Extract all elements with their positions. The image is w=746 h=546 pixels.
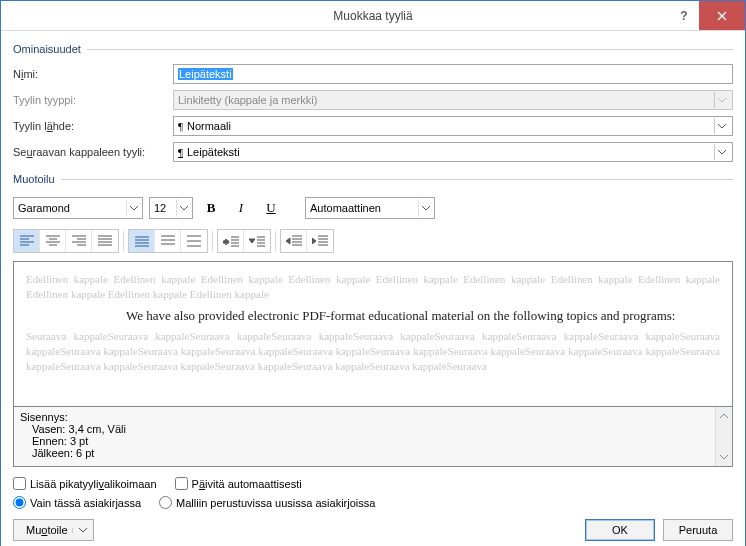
- chevron-down-icon[interactable]: [714, 118, 729, 134]
- align-justify-icon: [98, 235, 112, 247]
- help-button[interactable]: ?: [669, 1, 699, 30]
- cancel-button[interactable]: Peruuta: [663, 519, 733, 541]
- this-document-radio[interactable]: Vain tässä asiakirjassa: [13, 496, 141, 509]
- name-label: Nimi:: [13, 68, 173, 80]
- chevron-down-icon[interactable]: [126, 199, 141, 217]
- align-center-icon: [46, 235, 60, 247]
- type-combo: Linkitetty (kappale ja merkki): [173, 90, 733, 110]
- spacing-1.5-button[interactable]: [155, 230, 181, 252]
- spacing-1-button[interactable]: [129, 230, 155, 252]
- auto-update-checkbox[interactable]: Päivitä automaattisesti: [175, 477, 302, 490]
- close-button[interactable]: [699, 1, 745, 30]
- ok-button[interactable]: OK: [585, 519, 655, 541]
- group-properties-label: Ominaisuudet: [13, 43, 733, 55]
- indent-inc-icon: [312, 235, 328, 247]
- dialog-title: Muokkaa tyyliä: [77, 1, 669, 30]
- pilcrow-icon: ¶: [178, 120, 183, 132]
- add-quickstyle-checkbox[interactable]: Lisää pikatyylivalikoimaan: [13, 477, 157, 490]
- svg-marker-32: [249, 239, 255, 243]
- titlebar: Muokkaa tyyliä ?: [1, 1, 745, 31]
- svg-marker-42: [312, 238, 316, 244]
- indent-dec-icon: [286, 235, 302, 247]
- align-right-button[interactable]: [66, 230, 92, 252]
- chevron-down-icon[interactable]: [714, 144, 729, 160]
- spacing-1-icon: [135, 235, 149, 247]
- underline-button[interactable]: U: [259, 197, 283, 219]
- format-button[interactable]: Muotoile: [13, 519, 94, 541]
- next-label: Seuraavan kappaleen tyyli:: [13, 146, 173, 158]
- svg-marker-37: [286, 238, 290, 244]
- preview-sample-text: We have also provided electronic PDF-for…: [126, 307, 720, 325]
- indent-inc-button[interactable]: [307, 230, 333, 252]
- space-before-dec-button[interactable]: [244, 230, 270, 252]
- para-spacing-group: [217, 229, 271, 253]
- size-combo[interactable]: 12: [149, 197, 193, 219]
- description-line: Sisennys:: [20, 411, 726, 423]
- description-line: Vasen: 3,4 cm, Väli: [20, 423, 726, 435]
- indent-dec-button[interactable]: [281, 230, 307, 252]
- chevron-down-icon: [72, 528, 87, 533]
- scroll-down-button[interactable]: [716, 449, 733, 466]
- spacing-1.5-icon: [161, 235, 175, 247]
- chevron-down-icon[interactable]: [418, 199, 433, 217]
- italic-button[interactable]: I: [229, 197, 253, 219]
- space-before-inc-icon: [223, 235, 239, 247]
- description-line: Ennen: 3 pt: [20, 435, 726, 447]
- bold-button[interactable]: B: [199, 197, 223, 219]
- close-icon: [717, 11, 727, 21]
- align-right-icon: [72, 235, 86, 247]
- align-left-icon: [20, 235, 34, 247]
- pilcrow-underline-icon: ¶: [178, 146, 183, 158]
- template-radio[interactable]: Malliin perustuvissa uusissa asiakirjois…: [159, 496, 375, 509]
- chevron-down-icon: [714, 92, 729, 108]
- next-para-combo[interactable]: ¶ Leipäteksti: [173, 142, 733, 162]
- preview-next-para: Seuraava kappaleSeuraava kappaleSeuraava…: [26, 329, 720, 374]
- basedon-label: Tyylin lähde:: [13, 120, 173, 132]
- content-area: Ominaisuudet Nimi: Leipäteksti Tyylin ty…: [1, 31, 745, 546]
- space-before-dec-icon: [249, 235, 265, 247]
- indent-group: [280, 229, 334, 253]
- type-label: Tyylin tyyppi:: [13, 94, 173, 106]
- color-combo[interactable]: Automaattinen: [305, 197, 435, 219]
- scrollbar[interactable]: [715, 407, 732, 466]
- preview-prev-para: Edellinen kappale Edellinen kappale Edel…: [26, 272, 720, 302]
- scroll-up-button[interactable]: [716, 407, 733, 424]
- text-align-group: [13, 229, 119, 253]
- align-left-button[interactable]: [14, 230, 40, 252]
- spacing-2-button[interactable]: [181, 230, 207, 252]
- name-input[interactable]: Leipäteksti: [173, 64, 733, 84]
- space-before-inc-button[interactable]: [218, 230, 244, 252]
- line-spacing-group: [128, 229, 208, 253]
- description-line: Jälkeen: 6 pt: [20, 447, 726, 459]
- group-format-label: Muotoilu: [13, 173, 733, 185]
- font-combo[interactable]: Garamond: [13, 197, 143, 219]
- align-justify-button[interactable]: [92, 230, 118, 252]
- chevron-down-icon[interactable]: [176, 199, 191, 217]
- description-box: Sisennys: Vasen: 3,4 cm, Väli Ennen: 3 p…: [13, 407, 733, 467]
- basedon-combo[interactable]: ¶ Normaali: [173, 116, 733, 136]
- preview-area: Edellinen kappale Edellinen kappale Edel…: [13, 261, 733, 407]
- align-center-button[interactable]: [40, 230, 66, 252]
- dialog-window: Muokkaa tyyliä ? Ominaisuudet Nimi: Leip…: [0, 0, 746, 546]
- spacing-2-icon: [187, 235, 201, 247]
